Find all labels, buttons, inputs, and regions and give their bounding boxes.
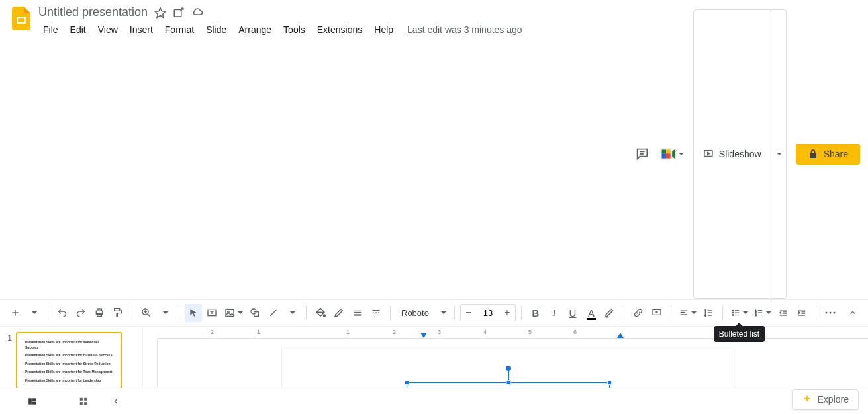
svg-rect-72 [84, 402, 87, 405]
fill-color-button[interactable] [312, 304, 329, 322]
redo-button[interactable] [72, 304, 89, 322]
paint-format-button[interactable] [109, 304, 126, 322]
comment-button[interactable] [648, 304, 665, 322]
svg-point-43 [732, 315, 734, 316]
more-button[interactable] [822, 304, 839, 322]
share-label: Share [824, 149, 848, 159]
explore-button[interactable]: Explore [792, 389, 859, 410]
print-button[interactable] [91, 304, 108, 322]
svg-rect-20 [226, 310, 234, 317]
cloud-status-icon[interactable] [191, 7, 203, 19]
slideshow-dropdown[interactable] [771, 9, 787, 299]
slideshow-label: Slideshow [719, 149, 761, 159]
collapse-panel-icon[interactable] [102, 397, 119, 406]
svg-point-63 [834, 312, 836, 314]
explore-icon [802, 394, 812, 405]
svg-rect-66 [28, 398, 32, 404]
bottom-bar: Explore [0, 388, 868, 414]
last-edit-link[interactable]: Last edit was 3 minutes ago [407, 24, 522, 35]
link-button[interactable] [630, 304, 647, 322]
italic-button[interactable]: I [546, 304, 563, 322]
meet-icon[interactable] [660, 145, 684, 163]
menubar: File Edit View Insert Format Slide Arran… [38, 22, 634, 38]
indent-decrease-button[interactable] [775, 304, 792, 322]
move-icon[interactable] [173, 7, 185, 19]
rotate-handle[interactable] [506, 366, 511, 371]
numbered-list-button[interactable]: 123 [751, 304, 773, 322]
image-tool[interactable] [222, 304, 245, 322]
line-dropdown[interactable] [283, 304, 301, 322]
slideshow-button[interactable]: Slideshow [693, 9, 771, 299]
bold-button[interactable]: B [527, 304, 544, 322]
slides-logo-icon[interactable] [8, 5, 34, 32]
comments-icon[interactable] [634, 145, 651, 163]
slide-thumbnail[interactable]: Presentation Skills are Important for In… [16, 332, 122, 392]
undo-button[interactable] [54, 304, 71, 322]
filmstrip-view-icon[interactable] [26, 397, 38, 406]
menu-edit[interactable]: Edit [66, 22, 91, 38]
svg-point-42 [732, 312, 734, 313]
svg-point-62 [830, 312, 832, 314]
zoom-dropdown[interactable] [156, 304, 173, 322]
line-spacing-button[interactable] [700, 304, 717, 322]
svg-rect-69 [80, 397, 83, 400]
resize-handle[interactable] [607, 380, 612, 385]
line-tool[interactable] [265, 304, 282, 322]
svg-point-25 [324, 315, 326, 317]
menu-slide[interactable]: Slide [201, 22, 231, 38]
border-dash-button[interactable] [367, 304, 385, 322]
doc-title[interactable]: Untitled presentation [38, 5, 148, 19]
bulleted-list-button[interactable]: Bulleted list [728, 304, 750, 322]
indent-increase-button[interactable] [793, 304, 810, 322]
explore-label: Explore [818, 394, 849, 405]
select-tool[interactable] [185, 304, 202, 322]
font-size-minus[interactable]: − [461, 305, 477, 321]
svg-line-24 [270, 310, 276, 315]
shape-tool[interactable] [246, 304, 264, 322]
font-size-stepper: − + [460, 304, 516, 321]
border-weight-button[interactable] [349, 304, 366, 322]
svg-rect-12 [115, 308, 120, 311]
collapse-toolbar-button[interactable] [844, 304, 861, 322]
svg-rect-67 [32, 398, 36, 401]
menu-arrange[interactable]: Arrange [234, 22, 276, 38]
menu-extensions[interactable]: Extensions [313, 22, 367, 38]
svg-point-41 [732, 310, 734, 311]
svg-point-61 [826, 312, 828, 314]
text-color-button[interactable]: A [583, 304, 600, 322]
svg-rect-1 [18, 18, 24, 22]
font-select[interactable]: Roboto [396, 304, 449, 321]
menu-tools[interactable]: Tools [279, 22, 310, 38]
new-slide-dropdown[interactable] [25, 304, 42, 322]
svg-text:3: 3 [755, 313, 757, 317]
svg-rect-11 [97, 313, 102, 316]
svg-rect-71 [80, 402, 83, 405]
svg-rect-70 [84, 397, 87, 400]
tooltip-bulleted-list: Bulleted list [714, 326, 765, 342]
font-size-input[interactable] [477, 308, 499, 318]
highlight-button[interactable] [601, 304, 618, 322]
menu-view[interactable]: View [93, 22, 122, 38]
border-color-button[interactable] [330, 304, 348, 322]
header: Untitled presentation File Edit View Ins… [0, 0, 868, 299]
toolbar: Roboto − + B I U A Bulleted list 123 [0, 299, 868, 327]
menu-file[interactable]: File [38, 22, 63, 38]
menu-insert[interactable]: Insert [125, 22, 158, 38]
resize-handle[interactable] [405, 380, 409, 385]
textbox-tool[interactable] [203, 304, 220, 322]
menu-help[interactable]: Help [369, 22, 398, 38]
svg-rect-10 [97, 309, 102, 311]
new-slide-button[interactable] [7, 304, 24, 322]
star-icon[interactable] [154, 7, 166, 19]
zoom-button[interactable] [138, 304, 155, 322]
grid-view-icon[interactable] [78, 397, 89, 406]
svg-rect-68 [32, 401, 36, 404]
menu-format[interactable]: Format [160, 22, 199, 38]
svg-line-14 [148, 314, 150, 317]
underline-button[interactable]: U [564, 304, 581, 322]
align-button[interactable] [677, 304, 699, 322]
resize-handle[interactable] [506, 380, 510, 385]
font-size-plus[interactable]: + [499, 305, 515, 321]
share-button[interactable]: Share [796, 144, 860, 165]
